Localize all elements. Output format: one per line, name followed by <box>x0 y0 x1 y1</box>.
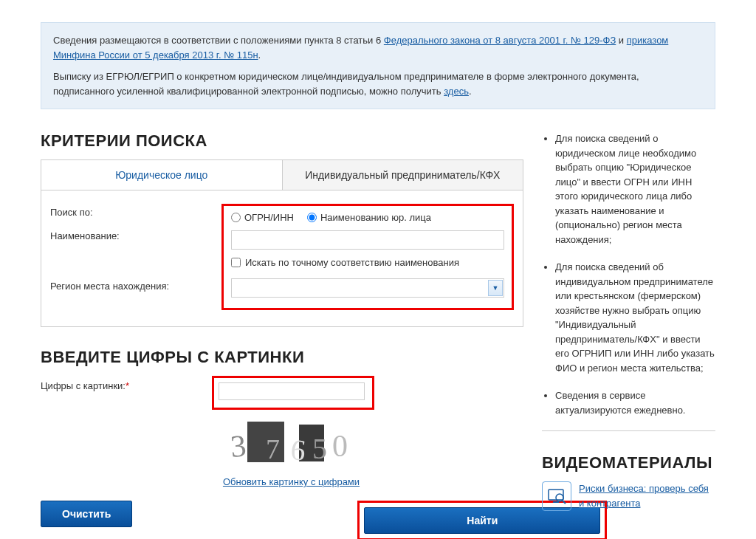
captcha-label: Цифры с картинки:* <box>41 376 212 391</box>
captcha-refresh-link[interactable]: Обновить картинку с цифрами <box>212 476 371 487</box>
exact-match-label: Искать по точному соответствию наименова… <box>245 257 459 268</box>
info-paragraph-2: Выписку из ЕГРЮЛ/ЕГРИП о конкретном юрид… <box>53 69 703 98</box>
radio-ogrn-inn-input[interactable] <box>231 213 241 222</box>
search-by-label: Поиск по: <box>50 207 221 218</box>
info-paragraph-1: Сведения размещаются в соответствии с по… <box>53 33 703 62</box>
info-text: . <box>469 86 472 97</box>
name-label: Наименование: <box>50 230 221 241</box>
svg-text:0: 0 <box>332 429 348 463</box>
captcha-input[interactable] <box>219 382 365 400</box>
magnifier-monitor-icon <box>542 481 571 511</box>
info-text: и <box>616 35 627 46</box>
help-item: Сведения в сервисе актуализируются ежедн… <box>555 388 715 417</box>
radio-ogrn-inn[interactable]: ОГРН/ИНН <box>231 212 294 223</box>
clear-button[interactable]: Очистить <box>41 501 132 527</box>
svg-line-11 <box>563 501 566 504</box>
captcha-input-highlight <box>212 376 374 410</box>
law-link-1[interactable]: Федерального закона от 8 августа 2001 г.… <box>384 35 616 46</box>
svg-text:3: 3 <box>229 428 247 464</box>
required-mark: * <box>126 380 129 391</box>
video-heading: ВИДЕОМАТЕРИАЛЫ <box>542 453 715 473</box>
region-label: Регион места нахождения: <box>50 281 221 292</box>
svg-text:7: 7 <box>266 433 280 464</box>
divider <box>542 430 715 431</box>
info-notice: Сведения размещаются в соответствии с по… <box>41 22 715 109</box>
form-highlight-box: ОГРН/ИНН Наименованию юр. лица Искать по… <box>221 204 514 310</box>
help-item: Для поиска сведений о юридическом лице н… <box>555 131 715 247</box>
captcha-heading: ВВЕДИТЕ ЦИФРЫ С КАРТИНКИ <box>41 348 523 367</box>
extract-link[interactable]: здесь <box>444 86 469 97</box>
svg-text:5: 5 <box>312 432 327 465</box>
help-item: Для поиска сведений об индивидуальном пр… <box>555 260 715 375</box>
chevron-down-icon: ▼ <box>488 280 503 296</box>
captcha-image: 3 7 6 5 0 <box>225 416 358 471</box>
radio-by-name-input[interactable] <box>307 213 317 222</box>
tab-individual-entrepreneur[interactable]: Индивидуальный предприниматель/КФХ <box>282 160 523 190</box>
entity-type-tabs: Юридическое лицо Индивидуальный предприн… <box>41 159 523 190</box>
radio-by-name-label: Наименованию юр. лица <box>320 212 431 223</box>
radio-by-name[interactable]: Наименованию юр. лица <box>307 212 431 223</box>
region-select[interactable]: ▼ <box>231 278 504 298</box>
name-input[interactable] <box>231 230 504 250</box>
radio-ogrn-inn-label: ОГРН/ИНН <box>244 212 294 223</box>
search-criteria-heading: КРИТЕРИИ ПОИСКА <box>41 131 523 151</box>
search-form: Поиск по: Наименование: Регион места нах… <box>41 190 523 327</box>
exact-match-checkbox[interactable] <box>231 258 241 267</box>
help-list: Для поиска сведений о юридическом лице н… <box>542 131 715 417</box>
video-link[interactable]: Риски бизнеса: проверь себя и контрагент… <box>579 481 715 510</box>
info-text: Сведения размещаются в соответствии с по… <box>53 35 384 46</box>
info-text: . <box>258 49 261 61</box>
tab-legal-entity[interactable]: Юридическое лицо <box>41 160 282 190</box>
info-text: Выписку из ЕГРЮЛ/ЕГРИП о конкретном юрид… <box>53 71 639 97</box>
